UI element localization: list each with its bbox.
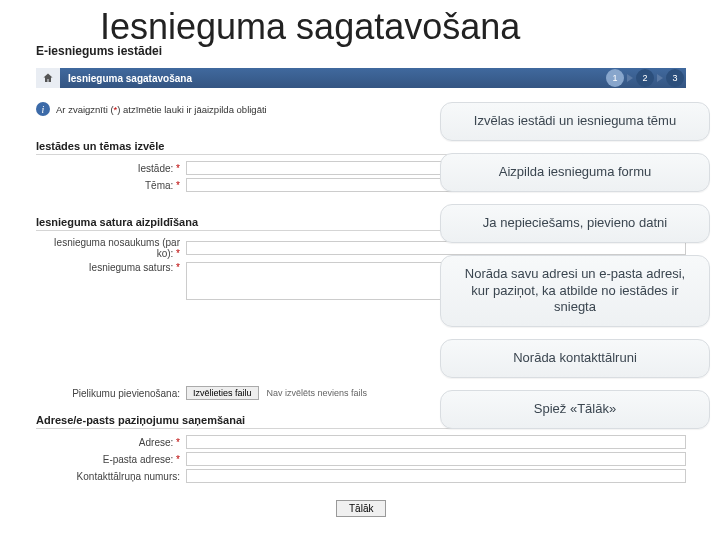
breadcrumb: Iesnieguma sagatavošana — [60, 68, 604, 88]
label-iestade: Iestāde: — [36, 163, 186, 174]
input-adrese[interactable] — [186, 435, 686, 449]
callout-4: Norāda savu adresi un e-pasta adresi, ku… — [440, 255, 710, 328]
label-epasts: E-pasta adrese: — [36, 454, 186, 465]
label-adrese: Adrese: — [36, 437, 186, 448]
notice-suffix: ) atzīmētie lauki ir jāaizpilda obligāti — [117, 104, 266, 115]
home-icon[interactable] — [36, 68, 60, 88]
notice-prefix: Ar zvaigznīti ( — [56, 104, 114, 115]
callout-1: Izvēlas iestādi un iesnieguma tēmu — [440, 102, 710, 141]
label-saturs: Iesnieguma saturs: — [36, 262, 186, 273]
callout-2: Aizpilda iesnieguma formu — [440, 153, 710, 192]
pane-heading: E-iesniegums iestādei — [36, 44, 162, 58]
callout-5: Norāda kontakttālruni — [440, 339, 710, 378]
callout-stack: Izvēlas iestādi un iesnieguma tēmu Aizpi… — [440, 102, 710, 429]
info-icon: i — [36, 102, 50, 116]
wizard-steps: 1 2 3 — [604, 68, 686, 88]
step-3[interactable]: 3 — [666, 69, 684, 87]
choose-file-button[interactable]: Izvēlieties failu — [186, 386, 259, 400]
next-button[interactable]: Tālāk — [336, 500, 386, 517]
callout-6: Spiež «Tālāk» — [440, 390, 710, 429]
slide-title: Iesnieguma sagatavošana — [100, 6, 520, 48]
label-nosaukums: Iesnieguma nosaukums (par ko): — [36, 237, 186, 259]
label-tema: Tēma: — [36, 180, 186, 191]
input-tel[interactable] — [186, 469, 686, 483]
step-1[interactable]: 1 — [606, 69, 624, 87]
wizard-topbar: Iesnieguma sagatavošana 1 2 3 — [36, 68, 686, 88]
callout-3: Ja nepieciešams, pievieno datni — [440, 204, 710, 243]
input-epasts[interactable] — [186, 452, 686, 466]
label-tel: Kontakttālruņa numurs: — [36, 471, 186, 482]
step-2[interactable]: 2 — [636, 69, 654, 87]
slide: Iesnieguma sagatavošana E-iesniegums ies… — [0, 0, 720, 540]
label-pielikumi: Pielikumu pievienošana: — [36, 388, 186, 399]
file-status: Nav izvēlēts neviens fails — [267, 388, 368, 398]
